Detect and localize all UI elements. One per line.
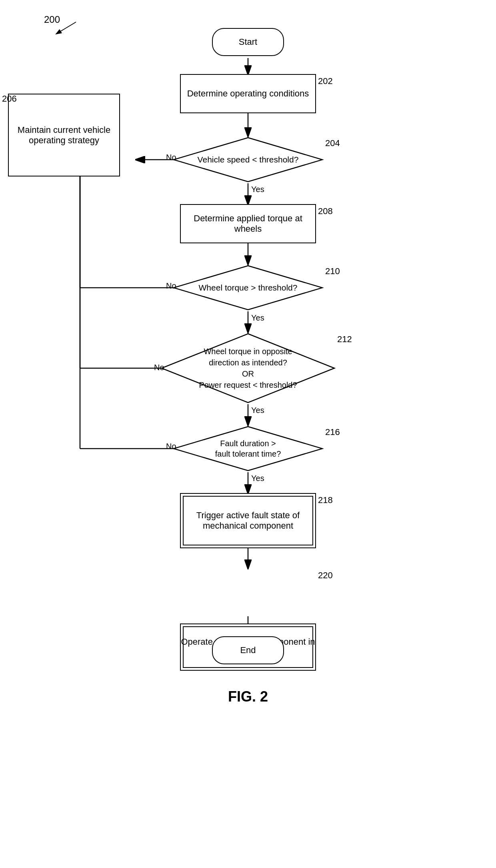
label-no-216: No xyxy=(166,442,176,451)
start-label: Start xyxy=(239,37,257,47)
node-204-label: Vehicle speed < threshold? xyxy=(186,150,311,169)
node-212: Wheel torque in oppositedirection as int… xyxy=(160,332,336,404)
end-label: End xyxy=(240,645,256,656)
ref-216: 216 xyxy=(325,427,340,437)
node-216: Fault duration >fault tolerant time? xyxy=(172,425,324,472)
label-no-210: No xyxy=(166,281,176,291)
node-204: Vehicle speed < threshold? xyxy=(172,136,324,183)
node-208-label: Determine applied torque at wheels xyxy=(181,213,315,234)
ref-206: 206 xyxy=(2,94,17,104)
node-208: Determine applied torque at wheels xyxy=(180,204,316,243)
label-no-204: No xyxy=(166,153,176,162)
node-206-label: Maintain current vehicle operating strat… xyxy=(9,125,119,146)
node-210-label: Wheel torque > threshold? xyxy=(187,278,310,297)
node-212-label: Wheel torque in oppositedirection as int… xyxy=(187,342,309,395)
node-202-label: Determine operating conditions xyxy=(187,88,309,99)
label-yes-216: Yes xyxy=(251,474,264,483)
label-no-212: No xyxy=(154,363,164,372)
node-218-label: Trigger active fault state of mechanical… xyxy=(181,510,315,531)
node-206: Maintain current vehicle operating strat… xyxy=(8,94,120,176)
ref-212: 212 xyxy=(337,334,352,345)
ref-204: 204 xyxy=(325,138,340,148)
ref-arrow xyxy=(52,18,84,38)
start-terminal: Start xyxy=(212,28,284,56)
ref-218: 218 xyxy=(318,495,333,505)
ref-210: 210 xyxy=(325,266,340,277)
node-216-label: Fault duration >fault tolerant time? xyxy=(203,434,293,463)
end-terminal: End xyxy=(212,636,284,664)
label-yes-212: Yes xyxy=(251,406,264,415)
ref-208: 208 xyxy=(318,206,333,216)
fig-label: FIG. 2 xyxy=(196,688,300,705)
label-yes-204: Yes xyxy=(251,185,264,194)
node-218: Trigger active fault state of mechanical… xyxy=(180,493,316,548)
ref-220: 220 xyxy=(318,570,333,581)
node-202: Determine operating conditions xyxy=(180,74,316,113)
svg-line-18 xyxy=(56,22,76,34)
ref-202: 202 xyxy=(318,76,333,86)
label-yes-210: Yes xyxy=(251,313,264,323)
node-210: Wheel torque > threshold? xyxy=(172,264,324,311)
flowchart-diagram: 200 Start Determine operating conditions… xyxy=(0,0,496,868)
